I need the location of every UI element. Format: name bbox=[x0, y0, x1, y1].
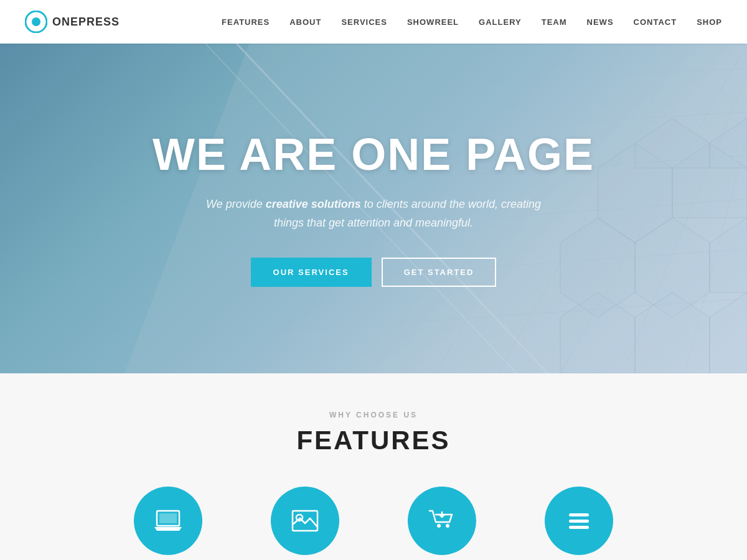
cart-icon bbox=[426, 505, 458, 537]
menu-icon bbox=[563, 505, 595, 537]
nav-item-about[interactable]: ABOUT bbox=[289, 17, 321, 27]
hero-buttons: OUR SERVICES GET STARTED bbox=[153, 258, 594, 287]
nav-item-gallery[interactable]: GALLERY bbox=[479, 17, 522, 27]
hero-subtitle: We provide creative solutions to clients… bbox=[193, 195, 554, 233]
feature-item-responsive: Responsive Design bbox=[118, 487, 218, 560]
feature-item-parallax: Parallax Effect bbox=[255, 487, 355, 560]
logo-text: ONEPRESS bbox=[52, 16, 120, 29]
features-section: WHY CHOOSE US FEATURES Responsive Design bbox=[0, 373, 747, 560]
hero-subtitle-bold: creative solutions bbox=[266, 198, 361, 210]
nav-item-shop[interactable]: SHOP bbox=[697, 17, 722, 27]
get-started-button[interactable]: GET STARTED bbox=[382, 258, 497, 287]
feature-item-content-blocks: Content Blocks bbox=[529, 487, 629, 560]
nav-item-news[interactable]: NEWS bbox=[587, 17, 614, 27]
laptop-icon bbox=[152, 505, 184, 537]
nav-links: FEATURES ABOUT SERVICES SHOWREEL GALLERY… bbox=[222, 16, 722, 27]
nav-item-team[interactable]: TEAM bbox=[542, 17, 567, 27]
nav-item-services[interactable]: SERVICES bbox=[341, 17, 387, 27]
svg-rect-32 bbox=[159, 513, 177, 523]
hero-subtitle-plain: We provide bbox=[206, 198, 266, 210]
svg-rect-37 bbox=[569, 513, 589, 516]
features-title: FEATURES bbox=[25, 426, 722, 455]
logo-link[interactable]: ONEPRESS bbox=[25, 11, 120, 33]
our-services-button[interactable]: OUR SERVICES bbox=[251, 258, 372, 287]
svg-point-36 bbox=[446, 524, 449, 528]
feature-icon-circle-content-blocks bbox=[545, 487, 613, 555]
feature-icon-circle-responsive bbox=[134, 487, 202, 555]
image-icon bbox=[289, 505, 321, 537]
features-eyebrow: WHY CHOOSE US bbox=[25, 411, 722, 419]
svg-rect-38 bbox=[569, 520, 589, 523]
hero-title: WE ARE ONE PAGE bbox=[153, 130, 594, 179]
feature-item-woocommerce: WooCommerce bbox=[392, 487, 492, 560]
navbar: ONEPRESS FEATURES ABOUT SERVICES SHOWREE… bbox=[0, 0, 747, 44]
features-grid: Responsive Design Parallax Effect bbox=[25, 487, 722, 560]
hero-content: WE ARE ONE PAGE We provide creative solu… bbox=[140, 130, 607, 286]
nav-item-features[interactable]: FEATURES bbox=[222, 17, 270, 27]
feature-icon-circle-parallax bbox=[271, 487, 339, 555]
feature-icon-circle-woocommerce bbox=[408, 487, 476, 555]
logo-icon bbox=[25, 11, 47, 33]
nav-item-contact[interactable]: CONTACT bbox=[634, 17, 677, 27]
nav-item-showreel[interactable]: SHOWREEL bbox=[407, 17, 459, 27]
svg-point-35 bbox=[437, 524, 441, 528]
svg-point-1 bbox=[32, 17, 40, 26]
hero-section: WE ARE ONE PAGE We provide creative solu… bbox=[0, 44, 747, 373]
svg-rect-39 bbox=[569, 526, 589, 529]
